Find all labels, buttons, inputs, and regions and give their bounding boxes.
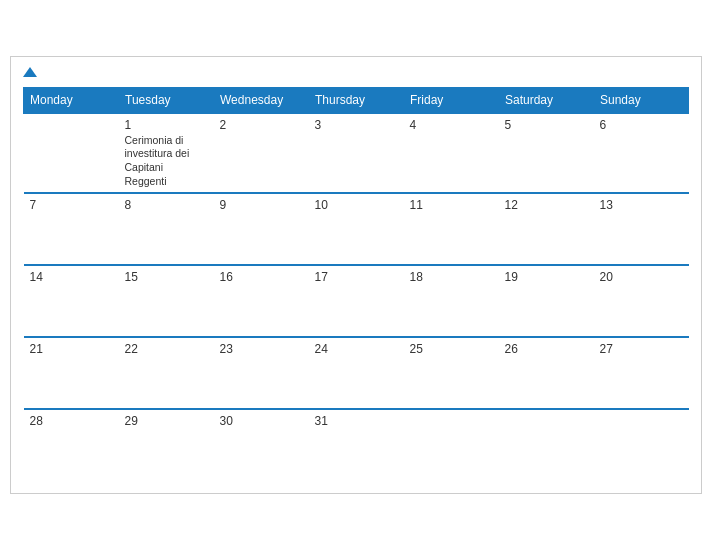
- logo: [23, 67, 38, 79]
- calendar-day-cell: 18: [404, 265, 499, 337]
- calendar-day-cell: 3: [309, 113, 404, 194]
- calendar-day-cell: 27: [594, 337, 689, 409]
- day-number: 22: [125, 342, 208, 356]
- weekday-header-monday: Monday: [24, 87, 119, 113]
- calendar-day-cell: [594, 409, 689, 481]
- calendar-day-cell: 21: [24, 337, 119, 409]
- day-number: 7: [30, 198, 113, 212]
- calendar-day-cell: 29: [119, 409, 214, 481]
- calendar-day-cell: [24, 113, 119, 194]
- day-number: 1: [125, 118, 208, 132]
- event-text: Cerimonia di investitura dei Capitani Re…: [125, 134, 208, 189]
- calendar-day-cell: 16: [214, 265, 309, 337]
- calendar-day-cell: 23: [214, 337, 309, 409]
- day-number: 2: [220, 118, 303, 132]
- calendar-day-cell: 5: [499, 113, 594, 194]
- day-number: 3: [315, 118, 398, 132]
- calendar-day-cell: 24: [309, 337, 404, 409]
- weekday-header-tuesday: Tuesday: [119, 87, 214, 113]
- calendar-day-cell: 31: [309, 409, 404, 481]
- day-number: 21: [30, 342, 113, 356]
- calendar-day-cell: 28: [24, 409, 119, 481]
- day-number: 13: [600, 198, 683, 212]
- calendar-container: MondayTuesdayWednesdayThursdayFridaySatu…: [10, 56, 702, 495]
- calendar-week-row: 1Cerimonia di investitura dei Capitani R…: [24, 113, 689, 194]
- day-number: 11: [410, 198, 493, 212]
- day-number: 31: [315, 414, 398, 428]
- calendar-day-cell: [404, 409, 499, 481]
- day-number: 30: [220, 414, 303, 428]
- day-number: 10: [315, 198, 398, 212]
- weekday-header-sunday: Sunday: [594, 87, 689, 113]
- day-number: 28: [30, 414, 113, 428]
- day-number: 29: [125, 414, 208, 428]
- weekday-header-wednesday: Wednesday: [214, 87, 309, 113]
- calendar-week-row: 21222324252627: [24, 337, 689, 409]
- day-number: 26: [505, 342, 588, 356]
- day-number: 12: [505, 198, 588, 212]
- day-number: 14: [30, 270, 113, 284]
- calendar-week-row: 78910111213: [24, 193, 689, 265]
- calendar-day-cell: 10: [309, 193, 404, 265]
- calendar-day-cell: 13: [594, 193, 689, 265]
- calendar-day-cell: 9: [214, 193, 309, 265]
- day-number: 19: [505, 270, 588, 284]
- calendar-day-cell: 12: [499, 193, 594, 265]
- calendar-table: MondayTuesdayWednesdayThursdayFridaySatu…: [23, 87, 689, 482]
- calendar-header: [23, 67, 689, 79]
- day-number: 4: [410, 118, 493, 132]
- calendar-day-cell: 25: [404, 337, 499, 409]
- day-number: 8: [125, 198, 208, 212]
- calendar-day-cell: 11: [404, 193, 499, 265]
- calendar-day-cell: 7: [24, 193, 119, 265]
- day-number: 9: [220, 198, 303, 212]
- day-number: 6: [600, 118, 683, 132]
- calendar-body: 1Cerimonia di investitura dei Capitani R…: [24, 113, 689, 482]
- calendar-day-cell: 4: [404, 113, 499, 194]
- weekday-header-thursday: Thursday: [309, 87, 404, 113]
- calendar-day-cell: 15: [119, 265, 214, 337]
- day-number: 24: [315, 342, 398, 356]
- calendar-day-cell: 30: [214, 409, 309, 481]
- day-number: 17: [315, 270, 398, 284]
- calendar-day-cell: 17: [309, 265, 404, 337]
- calendar-day-cell: 1Cerimonia di investitura dei Capitani R…: [119, 113, 214, 194]
- day-number: 16: [220, 270, 303, 284]
- day-number: 18: [410, 270, 493, 284]
- day-number: 23: [220, 342, 303, 356]
- calendar-day-cell: 2: [214, 113, 309, 194]
- weekday-header-friday: Friday: [404, 87, 499, 113]
- calendar-day-cell: 22: [119, 337, 214, 409]
- weekday-header-saturday: Saturday: [499, 87, 594, 113]
- calendar-day-cell: 6: [594, 113, 689, 194]
- day-number: 25: [410, 342, 493, 356]
- calendar-day-cell: 8: [119, 193, 214, 265]
- calendar-week-row: 14151617181920: [24, 265, 689, 337]
- weekday-header-row: MondayTuesdayWednesdayThursdayFridaySatu…: [24, 87, 689, 113]
- logo-blue-text: [23, 67, 38, 79]
- calendar-header-row: MondayTuesdayWednesdayThursdayFridaySatu…: [24, 87, 689, 113]
- day-number: 20: [600, 270, 683, 284]
- calendar-day-cell: 20: [594, 265, 689, 337]
- day-number: 5: [505, 118, 588, 132]
- calendar-week-row: 28293031: [24, 409, 689, 481]
- day-number: 27: [600, 342, 683, 356]
- calendar-day-cell: 14: [24, 265, 119, 337]
- calendar-day-cell: 19: [499, 265, 594, 337]
- calendar-day-cell: 26: [499, 337, 594, 409]
- day-number: 15: [125, 270, 208, 284]
- calendar-day-cell: [499, 409, 594, 481]
